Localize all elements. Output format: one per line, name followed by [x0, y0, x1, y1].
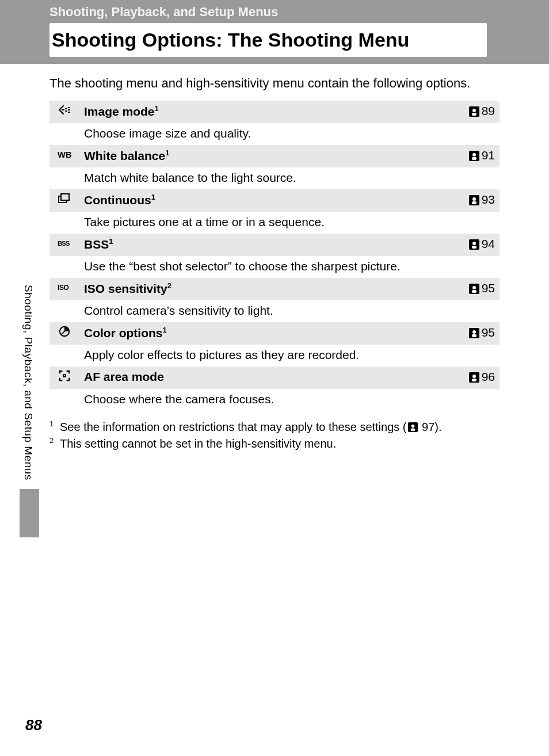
svg-rect-23	[472, 334, 476, 337]
option-desc-row: Choose image size and quality.	[49, 123, 500, 145]
option-desc-row: Use the “best shot selector” to choose t…	[49, 256, 500, 278]
iso-icon: ISO	[49, 278, 79, 300]
page-title: Shooting Options: The Shooting Menu	[49, 23, 487, 57]
color-options-icon	[49, 322, 79, 345]
option-title: BSS1	[79, 234, 453, 256]
option-description: Choose where the camera focuses.	[79, 389, 500, 411]
option-desc-row: Apply color effects to pictures as they …	[49, 345, 500, 366]
option-page-ref: 89	[453, 101, 500, 123]
option-description: Apply color effects to pictures as they …	[79, 345, 500, 366]
bss-icon: BSS	[49, 234, 79, 256]
page-ref-icon	[469, 150, 479, 161]
footnotes: 1 See the information on restrictions th…	[49, 419, 500, 452]
option-page-ref: 94	[453, 234, 500, 256]
footnote-1: 1 See the information on restrictions th…	[49, 419, 500, 436]
svg-rect-15	[472, 246, 476, 249]
option-description: Choose image size and quality.	[79, 123, 500, 145]
option-desc-row: Choose where the camera focuses.	[49, 389, 500, 411]
image-mode-icon	[49, 101, 79, 123]
option-title: ISO sensitivity2	[79, 278, 453, 300]
intro-text: The shooting menu and high-sensitivity m…	[49, 74, 500, 93]
svg-text:WB: WB	[58, 150, 71, 159]
svg-point-30	[411, 425, 414, 428]
page-number: 88	[25, 716, 42, 734]
svg-point-10	[472, 197, 476, 201]
svg-point-27	[472, 375, 476, 378]
svg-text:BSS: BSS	[58, 240, 70, 247]
page-ref-icon	[469, 327, 479, 338]
option-title: AF area mode	[79, 366, 453, 389]
svg-rect-28	[472, 379, 476, 381]
page-ref-icon	[469, 283, 479, 293]
svg-point-22	[472, 330, 476, 334]
breadcrumb: Shooting, Playback, and Setup Menus	[0, 0, 549, 23]
option-row: Image mode189	[49, 101, 500, 123]
svg-rect-6	[472, 157, 476, 160]
options-table: Image mode189Choose image size and quali…	[49, 101, 500, 411]
option-row: Color options195	[49, 322, 500, 345]
svg-text:ISO: ISO	[58, 284, 68, 292]
option-page-ref: 95	[453, 278, 500, 300]
svg-rect-31	[410, 428, 415, 431]
svg-rect-8	[61, 194, 69, 200]
header-band: Shooting, Playback, and Setup Menus Shoo…	[0, 0, 549, 64]
option-page-ref: 91	[453, 145, 500, 167]
footnote-2: 2 This setting cannot be set in the high…	[49, 436, 500, 452]
footnote-text: This setting cannot be set in the high-s…	[60, 436, 336, 452]
footnote-number: 2	[49, 436, 60, 452]
footnote-text: See the information on restrictions that…	[60, 419, 442, 436]
continuous-icon	[49, 189, 79, 212]
option-description: Match white balance to the light source.	[79, 167, 500, 189]
option-page-ref: 96	[453, 366, 500, 389]
svg-rect-25	[64, 375, 65, 376]
option-description: Take pictures one at a time or in a sequ…	[79, 212, 500, 234]
page-ref-icon	[469, 194, 479, 205]
svg-rect-11	[472, 201, 476, 204]
side-tab-label: Shooting, Playback, and Setup Menus	[22, 285, 35, 480]
option-desc-row: Match white balance to the light source.	[49, 167, 500, 189]
page-ref-icon	[469, 372, 479, 382]
title-band: Shooting Options: The Shooting Menu	[0, 23, 549, 64]
option-description: Control camera’s sensitivity to light.	[79, 300, 500, 322]
side-tab-marker	[20, 489, 39, 537]
svg-point-1	[472, 109, 476, 112]
svg-rect-2	[472, 113, 476, 116]
svg-point-5	[472, 153, 476, 156]
option-row: Continuous193	[49, 189, 500, 212]
option-page-ref: 95	[453, 322, 500, 345]
option-description: Use the “best shot selector” to choose t…	[79, 256, 500, 278]
option-page-ref: 93	[453, 189, 500, 212]
page-ref-icon	[469, 239, 479, 249]
svg-point-14	[472, 242, 476, 245]
option-title: Color options1	[79, 322, 453, 345]
wb-icon: WB	[49, 145, 79, 167]
svg-point-18	[472, 286, 476, 289]
content-area: The shooting menu and high-sensitivity m…	[0, 64, 549, 452]
af-area-icon	[49, 366, 79, 389]
option-row: ISOISO sensitivity295	[49, 278, 500, 300]
option-title: Image mode1	[79, 101, 453, 123]
footnote-number: 1	[49, 419, 60, 436]
svg-rect-19	[472, 290, 476, 293]
option-row: AF area mode96	[49, 366, 500, 389]
option-desc-row: Take pictures one at a time or in a sequ…	[49, 212, 500, 234]
option-desc-row: Control camera’s sensitivity to light.	[49, 300, 500, 322]
page-ref-icon	[408, 420, 418, 430]
option-title: Continuous1	[79, 189, 453, 212]
page-ref-icon	[469, 106, 479, 116]
option-row: BSSBSS194	[49, 234, 500, 256]
option-row: WBWhite balance191	[49, 145, 500, 167]
option-title: White balance1	[79, 145, 453, 167]
